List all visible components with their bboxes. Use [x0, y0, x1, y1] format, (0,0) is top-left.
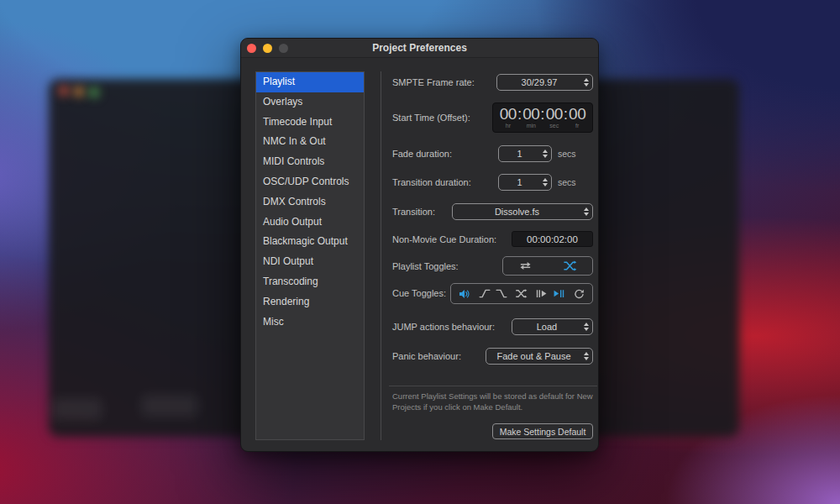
stepper-arrows-icon	[581, 207, 592, 216]
fade-duration-value: 1	[499, 149, 540, 159]
panic-behaviour-value: Fade out & Pause	[486, 351, 581, 361]
jump-actions-behaviour-select[interactable]: Load	[512, 318, 593, 335]
pause-at-end-icon[interactable]	[553, 288, 565, 299]
blurred-traffic-light-orange	[74, 87, 84, 97]
cue-toggles-label: Cue Toggles:	[392, 285, 446, 302]
timecode-seconds-unit: sec	[549, 123, 559, 129]
sidebar-item-osc-udp-controls[interactable]: OSC/UDP Controls	[256, 172, 364, 192]
traffic-lights	[247, 39, 288, 58]
transition-duration-unit: secs	[558, 174, 576, 191]
timecode-frames: 00	[569, 105, 585, 123]
timecode-seconds: 00	[546, 105, 563, 123]
sidebar-item-transcoding[interactable]: Transcoding	[256, 272, 364, 292]
transition-duration-value: 1	[499, 177, 540, 187]
sidebar-item-timecode-input[interactable]: Timecode Input	[256, 113, 364, 133]
loop-icon[interactable]	[573, 288, 585, 300]
sidebar-item-dmx-controls[interactable]: DMX Controls	[256, 192, 364, 213]
volume-icon[interactable]	[458, 288, 471, 300]
fade-duration-stepper[interactable]: 1	[498, 145, 552, 162]
repeat-icon[interactable]	[518, 260, 533, 272]
stepper-arrows-icon	[581, 323, 592, 331]
jump-actions-behaviour-value: Load	[512, 322, 581, 332]
cue-toggles-group	[450, 283, 593, 304]
minimize-button[interactable]	[263, 44, 272, 53]
transition-duration-label: Transition duration:	[392, 174, 471, 191]
start-time-offset-label: Start Time (Offset):	[392, 109, 470, 126]
transition-duration-stepper[interactable]: 1	[498, 174, 552, 191]
sidebar-item-nmc-in-out[interactable]: NMC In & Out	[256, 132, 364, 152]
default-settings-note: Current Playlist Settings will be stored…	[392, 391, 602, 412]
zoom-button[interactable]	[279, 44, 288, 53]
blurred-button	[52, 398, 102, 420]
smpte-frame-rate-value: 30/29.97	[497, 77, 581, 87]
transition-value: Dissolve.fs	[453, 207, 581, 217]
sidebar-item-blackmagic-output[interactable]: Blackmagic Output	[256, 232, 364, 252]
sidebar-item-midi-controls[interactable]: MIDI Controls	[256, 152, 364, 172]
stepper-arrows-icon	[540, 178, 551, 186]
window-title: Project Preferences	[372, 42, 467, 54]
sidebar-item-misc[interactable]: Misc	[256, 312, 364, 333]
title-bar[interactable]: Project Preferences	[241, 39, 598, 58]
project-preferences-window: Project Preferences Playlist Overlays Ti…	[240, 38, 599, 452]
crossfade-icon[interactable]	[515, 288, 528, 299]
timecode-hours-unit: hr	[506, 123, 511, 129]
footer-divider	[389, 386, 597, 386]
fade-duration-label: Fade duration:	[392, 145, 452, 162]
note-line-1: Current Playlist Settings will be stored…	[392, 391, 602, 402]
timecode-minutes: 00	[522, 105, 539, 123]
sidebar-item-overlays[interactable]: Overlays	[256, 92, 364, 113]
stepper-arrows-icon	[581, 352, 592, 360]
sidebar-item-audio-output[interactable]: Audio Output	[256, 213, 364, 233]
sidebar-item-rendering[interactable]: Rendering	[256, 292, 364, 312]
non-movie-cue-duration-field[interactable]: 00:00:02:00	[512, 231, 593, 247]
stepper-arrows-icon	[581, 78, 592, 87]
timecode-hours: 00	[500, 105, 517, 123]
transition-select[interactable]: Dissolve.fs	[452, 203, 593, 220]
preferences-sidebar: Playlist Overlays Timecode Input NMC In …	[255, 71, 365, 440]
timecode-separator: :	[563, 105, 569, 123]
sidebar-item-playlist[interactable]: Playlist	[256, 72, 364, 92]
shuffle-icon[interactable]	[563, 260, 577, 272]
timecode-separator: :	[517, 105, 522, 123]
make-settings-default-button[interactable]: Make Settings Default	[492, 423, 593, 439]
non-movie-cue-duration-value: 00:00:02:00	[527, 234, 578, 244]
transition-label: Transition:	[392, 203, 435, 220]
blurred-traffic-light-green	[89, 87, 99, 97]
play-next-icon[interactable]	[535, 288, 548, 299]
fade-duration-unit: secs	[558, 145, 576, 162]
start-time-timecode-field[interactable]: 00hr : 00min : 00sec : 00fr	[492, 102, 593, 133]
non-movie-cue-duration-label: Non-Movie Cue Duration:	[392, 231, 496, 248]
panic-behaviour-select[interactable]: Fade out & Pause	[486, 348, 593, 365]
timecode-minutes-unit: min	[527, 123, 536, 129]
fade-out-icon[interactable]	[496, 288, 507, 299]
playlist-toggles-label: Playlist Toggles:	[392, 258, 459, 275]
smpte-frame-rate-select[interactable]: 30/29.97	[496, 74, 593, 91]
smpte-frame-rate-label: SMPTE Frame rate:	[392, 74, 475, 91]
timecode-frames-unit: fr	[575, 123, 579, 129]
blurred-button	[141, 395, 198, 417]
playlist-toggles-group	[502, 256, 593, 276]
fade-in-icon[interactable]	[479, 288, 491, 299]
blurred-traffic-light-red	[59, 86, 69, 96]
panel-divider	[381, 71, 381, 440]
timecode-separator: :	[539, 105, 545, 123]
sidebar-item-ndi-output[interactable]: NDI Output	[256, 252, 364, 272]
jump-actions-behaviour-label: JUMP actions behaviour:	[392, 318, 495, 335]
close-button[interactable]	[247, 44, 256, 53]
note-line-2: Projects if you click on Make Default.	[392, 402, 602, 413]
stepper-arrows-icon	[540, 150, 551, 158]
panic-behaviour-label: Panic behaviour:	[392, 348, 461, 365]
